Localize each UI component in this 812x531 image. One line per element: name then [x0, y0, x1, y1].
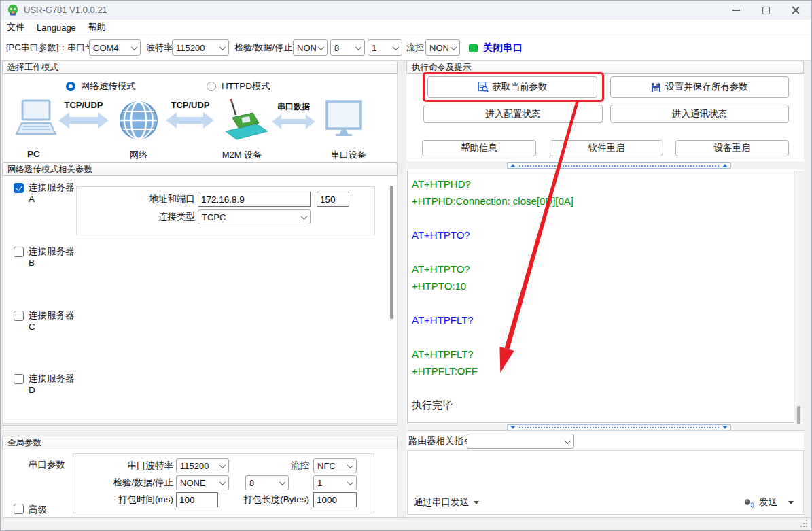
address-input[interactable] — [198, 192, 311, 207]
net-panel-hscrollbar[interactable] — [2, 425, 398, 430]
advanced-checkbox[interactable] — [14, 504, 24, 514]
radio-label: 网络透传模式 — [81, 80, 136, 92]
terminal-line — [412, 294, 794, 311]
pc-icon — [16, 101, 56, 134]
svg-text:M2M 设备: M2M 设备 — [222, 150, 262, 160]
terminal-line: AT+HTPFLT? — [412, 345, 794, 362]
stopbits-select[interactable]: 1 — [368, 39, 402, 56]
chevron-down-icon — [347, 462, 354, 468]
databits-select[interactable]: 8 — [330, 39, 365, 56]
window-title: USR-G781 V1.0.0.21 — [24, 1, 107, 20]
radio-httpd-mode[interactable]: HTTPD模式 — [207, 80, 270, 92]
com-port-select[interactable]: COM4 — [89, 39, 141, 56]
resize-grip[interactable] — [806, 526, 807, 527]
send-panel[interactable]: 通过串口发送 发送 — [407, 450, 804, 515]
command-log-terminal[interactable]: AT+HTPHD?+HTPHD:Connection: close[0D][0A… — [407, 171, 794, 423]
radio-label: HTTPD模式 — [222, 80, 270, 92]
router-cmd-select[interactable] — [467, 434, 574, 449]
arrow-icon — [166, 112, 214, 129]
net-panel-scrollbar[interactable] — [390, 186, 393, 319]
server-d-checkbox[interactable] — [14, 374, 24, 384]
radio-transparent-mode[interactable]: 网络透传模式 — [66, 80, 136, 92]
status-strip — [1, 517, 812, 530]
g-databits-select[interactable]: 8 — [245, 475, 289, 490]
close-port-link[interactable]: 关闭串口 — [483, 35, 523, 61]
top-splitter — [407, 162, 804, 169]
arrow-icon — [272, 114, 315, 129]
title-bar: USR-G781 V1.0.0.21 — [1, 1, 811, 20]
svg-text:串口设备: 串口设备 — [331, 150, 366, 160]
baud-label: 波特率 — [146, 35, 173, 60]
server-a-checkbox[interactable] — [14, 183, 24, 193]
g-stopbits-select[interactable]: 1 — [313, 475, 357, 490]
dropdown-arrow-icon — [788, 501, 794, 504]
conn-type-label: 连接类型 — [77, 209, 195, 224]
g-baud-select[interactable]: 115200 — [176, 458, 229, 473]
send-button[interactable]: 发送 — [743, 496, 794, 509]
server-d-label: 连接服务器D — [29, 373, 75, 396]
server-b-checkbox[interactable] — [14, 247, 24, 257]
terminal-line: AT+HTPHD? — [412, 175, 794, 192]
minimize-button[interactable] — [722, 1, 750, 20]
menu-language[interactable]: Language — [37, 22, 76, 33]
server-a-param-box: 地址和端口 连接类型 TCPC — [76, 186, 375, 235]
bottom-splitter-handle[interactable] — [507, 424, 731, 430]
pack-time-label: 打包时间(ms) — [73, 492, 173, 507]
maximize-button[interactable] — [752, 1, 780, 20]
menu-help[interactable]: 帮助 — [88, 21, 106, 33]
advanced-label: 高级 — [29, 504, 47, 515]
menu-file[interactable]: 文件 — [7, 21, 24, 33]
parity-select[interactable]: NONI — [293, 39, 328, 56]
send-via-serial-dropdown[interactable]: 通过串口发送 — [414, 496, 479, 509]
pack-len-input[interactable] — [313, 492, 357, 507]
g-parity-select[interactable]: NONE — [176, 475, 229, 490]
parity-label: 检验/数据/停止 — [234, 35, 292, 60]
app-window: USR-G781 V1.0.0.21 文件 Language 帮助 [PC串口参… — [0, 0, 812, 531]
terminal-line: AT+HTPFLT? — [412, 311, 794, 328]
pack-time-input[interactable] — [176, 492, 218, 507]
terminal-line — [412, 328, 794, 345]
chevron-down-icon — [301, 213, 308, 220]
terminal-line: +HTPFLT:OFF — [412, 362, 794, 379]
server-c-checkbox[interactable] — [14, 311, 24, 321]
get-params-button[interactable]: 获取当前参数 — [427, 76, 597, 98]
port-input[interactable] — [317, 192, 349, 207]
bottom-splitter — [407, 424, 804, 431]
chevron-down-icon — [318, 44, 325, 50]
soft-restart-button[interactable]: 软件重启 — [550, 140, 663, 156]
flow-label: 流控 — [406, 35, 424, 60]
dropdown-arrow-icon — [474, 501, 479, 504]
svg-text:PC: PC — [27, 149, 40, 159]
terminal-line: AT+HTPTO? — [412, 260, 794, 277]
router-cmd-label: 路由器相关指令 — [408, 433, 473, 449]
enter-comm-button[interactable]: 进入通讯状态 — [610, 105, 789, 123]
work-mode-panel: 网络透传模式 HTTPD模式 TCP/UDP — [2, 74, 398, 162]
g-flow-label: 流控 — [226, 458, 309, 473]
terminal-scrollbar[interactable] — [794, 171, 804, 423]
close-button[interactable] — [781, 1, 810, 20]
device-restart-button[interactable]: 设备重启 — [675, 140, 789, 156]
terminal-line: +HTPHD:Connection: close[0D][0A] — [412, 192, 794, 209]
flow-select[interactable]: NONE — [425, 39, 460, 56]
net-params-panel: 连接服务器A 地址和端口 连接类型 TCPC 连接服务器B 连接服务器C 连接服… — [2, 176, 398, 424]
help-info-button[interactable]: 帮助信息 — [422, 140, 536, 156]
baud-select[interactable]: 115200 — [172, 39, 229, 56]
collapse-down-icon — [510, 426, 516, 429]
global-params-panel: 串口参数 串口波特率 115200 流控 NFC 检验/数据/停止 NONE 8… — [2, 449, 398, 517]
terminal-line: AT+HTPTO? — [412, 226, 794, 243]
g-baud-label: 串口波特率 — [73, 458, 173, 473]
save-params-button[interactable]: 设置并保存所有参数 — [610, 76, 789, 98]
serial-params-box: 串口波特率 115200 流控 NFC 检验/数据/停止 NONE 8 1 打包… — [73, 453, 374, 513]
search-doc-icon — [478, 82, 489, 92]
g-flow-select[interactable]: NFC — [313, 458, 357, 473]
serial-group-label: 串口参数 — [29, 459, 65, 471]
server-c-label: 连接服务器C — [29, 309, 75, 332]
terminal-line — [412, 379, 794, 396]
menu-bar: 文件 Language 帮助 — [1, 20, 811, 35]
chevron-down-icon — [219, 462, 226, 468]
enter-config-button[interactable]: 进入配置状态 — [423, 105, 603, 123]
top-splitter-handle[interactable] — [507, 162, 731, 169]
address-port-label: 地址和端口 — [77, 192, 195, 207]
conn-type-select[interactable]: TCPC — [198, 209, 311, 224]
terminal-line: 执行完毕 — [412, 396, 794, 413]
